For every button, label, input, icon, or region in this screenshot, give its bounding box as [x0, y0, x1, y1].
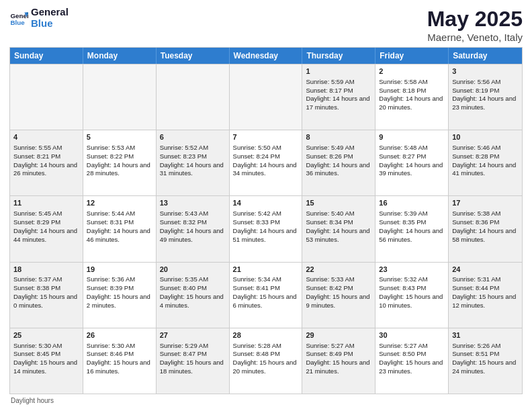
sunset-text: Sunset: 8:29 PM	[13, 218, 79, 227]
header-day-wednesday: Wednesday	[230, 48, 303, 64]
calendar-cell: 25Sunrise: 5:30 AMSunset: 8:45 PMDayligh…	[10, 328, 83, 394]
calendar-cell: 18Sunrise: 5:37 AMSunset: 8:38 PMDayligh…	[10, 263, 83, 328]
calendar-cell: 23Sunrise: 5:32 AMSunset: 8:43 PMDayligh…	[375, 263, 449, 328]
daylight-text: Daylight: 15 hours and 21 minutes.	[306, 359, 371, 376]
footer-note: Daylight hours	[9, 397, 523, 404]
sunset-text: Sunset: 8:47 PM	[160, 350, 226, 359]
sunset-text: Sunset: 8:41 PM	[233, 284, 299, 293]
calendar-week-3: 11Sunrise: 5:45 AMSunset: 8:29 PMDayligh…	[10, 195, 522, 261]
daylight-text: Daylight: 14 hours and 49 minutes.	[160, 227, 226, 244]
calendar-cell: 16Sunrise: 5:39 AMSunset: 8:35 PMDayligh…	[375, 196, 449, 261]
header-day-tuesday: Tuesday	[157, 48, 230, 64]
sunset-text: Sunset: 8:50 PM	[379, 350, 445, 359]
calendar-cell: 2Sunrise: 5:58 AMSunset: 8:18 PMDaylight…	[375, 64, 449, 130]
calendar-cell: 3Sunrise: 5:56 AMSunset: 8:19 PMDaylight…	[449, 64, 522, 130]
day-number: 26	[87, 330, 152, 340]
sunrise-text: Sunrise: 5:31 AM	[452, 275, 519, 284]
sunset-text: Sunset: 8:33 PM	[233, 218, 299, 227]
sunrise-text: Sunrise: 5:56 AM	[452, 78, 519, 87]
calendar-cell: 7Sunrise: 5:50 AMSunset: 8:24 PMDaylight…	[230, 130, 303, 195]
sunrise-text: Sunrise: 5:58 AM	[379, 78, 445, 87]
daylight-text: Daylight: 14 hours and 41 minutes.	[452, 161, 519, 179]
daylight-text: Daylight: 15 hours and 14 minutes.	[13, 359, 79, 376]
sunrise-text: Sunrise: 5:32 AM	[379, 275, 445, 284]
day-number: 9	[379, 132, 445, 142]
day-number: 2	[379, 66, 445, 77]
sunrise-text: Sunrise: 5:27 AM	[306, 342, 371, 351]
calendar-cell: 9Sunrise: 5:48 AMSunset: 8:27 PMDaylight…	[375, 130, 449, 195]
sunset-text: Sunset: 8:24 PM	[233, 152, 299, 161]
day-number: 18	[13, 265, 79, 275]
calendar-cell: 11Sunrise: 5:45 AMSunset: 8:29 PMDayligh…	[10, 196, 83, 261]
calendar-cell: 26Sunrise: 5:30 AMSunset: 8:46 PMDayligh…	[83, 328, 157, 394]
sunrise-text: Sunrise: 5:45 AM	[13, 210, 79, 218]
calendar-week-1: 1Sunrise: 5:59 AMSunset: 8:17 PMDaylight…	[10, 64, 522, 130]
calendar-cell: 14Sunrise: 5:42 AMSunset: 8:33 PMDayligh…	[230, 196, 303, 261]
day-number: 23	[379, 265, 445, 275]
calendar-cell: 27Sunrise: 5:29 AMSunset: 8:47 PMDayligh…	[157, 328, 230, 394]
header: General Blue General Blue May 2025 Maern…	[9, 7, 523, 43]
day-number: 30	[379, 330, 445, 340]
sunset-text: Sunset: 8:21 PM	[13, 152, 79, 161]
header-day-monday: Monday	[83, 48, 157, 64]
daylight-text: Daylight: 15 hours and 20 minutes.	[233, 359, 299, 376]
day-number: 19	[87, 265, 152, 275]
calendar-week-4: 18Sunrise: 5:37 AMSunset: 8:38 PMDayligh…	[10, 262, 522, 328]
day-number: 7	[233, 132, 299, 142]
sunrise-text: Sunrise: 5:43 AM	[160, 210, 226, 218]
calendar-cell: 6Sunrise: 5:52 AMSunset: 8:23 PMDaylight…	[157, 130, 230, 195]
day-number: 13	[160, 198, 226, 208]
calendar-cell: 15Sunrise: 5:40 AMSunset: 8:34 PMDayligh…	[302, 196, 375, 261]
calendar-cell: 10Sunrise: 5:46 AMSunset: 8:28 PMDayligh…	[449, 130, 522, 195]
sunset-text: Sunset: 8:17 PM	[306, 87, 371, 95]
calendar-week-2: 4Sunrise: 5:55 AMSunset: 8:21 PMDaylight…	[10, 130, 522, 195]
sunrise-text: Sunrise: 5:55 AM	[13, 144, 79, 152]
sunset-text: Sunset: 8:19 PM	[452, 87, 519, 95]
day-number: 15	[306, 198, 371, 208]
daylight-text: Daylight: 15 hours and 10 minutes.	[379, 293, 445, 310]
sunset-text: Sunset: 8:28 PM	[452, 152, 519, 161]
sunrise-text: Sunrise: 5:35 AM	[160, 275, 226, 284]
day-number: 25	[13, 330, 79, 340]
day-number: 21	[233, 265, 299, 275]
calendar-body: 1Sunrise: 5:59 AMSunset: 8:17 PMDaylight…	[10, 64, 522, 394]
day-number: 22	[306, 265, 371, 275]
calendar-cell: 8Sunrise: 5:49 AMSunset: 8:26 PMDaylight…	[302, 130, 375, 195]
sunset-text: Sunset: 8:48 PM	[233, 350, 299, 359]
calendar-cell: 22Sunrise: 5:33 AMSunset: 8:42 PMDayligh…	[302, 263, 375, 328]
sunset-text: Sunset: 8:26 PM	[306, 152, 371, 161]
main-title: May 2025	[427, 7, 523, 32]
sunset-text: Sunset: 8:38 PM	[13, 284, 79, 293]
calendar-cell: 31Sunrise: 5:26 AMSunset: 8:51 PMDayligh…	[449, 328, 522, 394]
day-number: 17	[452, 198, 519, 208]
daylight-text: Daylight: 14 hours and 36 minutes.	[306, 161, 371, 179]
daylight-text: Daylight: 14 hours and 39 minutes.	[379, 161, 445, 179]
header-day-friday: Friday	[375, 48, 449, 64]
sunset-text: Sunset: 8:49 PM	[306, 350, 371, 359]
sunset-text: Sunset: 8:43 PM	[379, 284, 445, 293]
header-day-thursday: Thursday	[302, 48, 375, 64]
daylight-text: Daylight: 15 hours and 12 minutes.	[452, 293, 519, 310]
sunset-text: Sunset: 8:44 PM	[452, 284, 519, 293]
calendar-cell	[157, 64, 230, 130]
calendar-cell	[10, 64, 83, 130]
day-number: 20	[160, 265, 226, 275]
calendar-cell	[83, 64, 157, 130]
calendar-cell	[230, 64, 303, 130]
calendar-week-5: 25Sunrise: 5:30 AMSunset: 8:45 PMDayligh…	[10, 328, 522, 394]
sunrise-text: Sunrise: 5:36 AM	[87, 275, 152, 284]
sunrise-text: Sunrise: 5:27 AM	[379, 342, 445, 351]
sunrise-text: Sunrise: 5:38 AM	[452, 210, 519, 218]
header-day-sunday: Sunday	[10, 48, 83, 64]
sunset-text: Sunset: 8:31 PM	[87, 218, 152, 227]
daylight-text: Daylight: 14 hours and 56 minutes.	[379, 227, 445, 244]
daylight-text: Daylight: 15 hours and 18 minutes.	[160, 359, 226, 376]
calendar-header-row: SundayMondayTuesdayWednesdayThursdayFrid…	[10, 48, 522, 64]
day-number: 14	[233, 198, 299, 208]
title-block: May 2025 Maerne, Veneto, Italy	[427, 7, 523, 43]
calendar-cell: 13Sunrise: 5:43 AMSunset: 8:32 PMDayligh…	[157, 196, 230, 261]
daylight-text: Daylight: 14 hours and 58 minutes.	[452, 227, 519, 244]
sunrise-text: Sunrise: 5:49 AM	[306, 144, 371, 152]
sunset-text: Sunset: 8:18 PM	[379, 87, 445, 95]
daylight-text: Daylight: 14 hours and 17 minutes.	[306, 95, 371, 112]
